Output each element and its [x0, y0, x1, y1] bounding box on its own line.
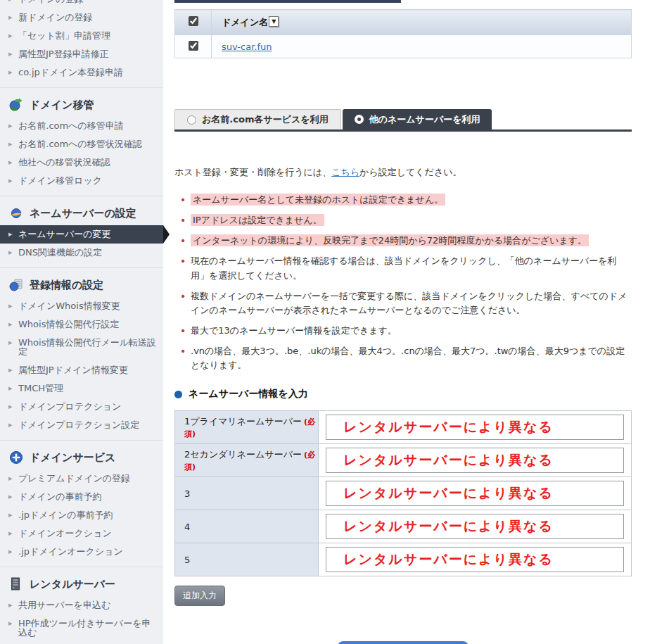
note-text: 複数ドメインのネームサーバーを一括で変更する際に、該当ドメインをクリックした場合…: [191, 291, 627, 315]
sidebar-section-title: ドメインサービス: [30, 451, 115, 465]
filter-icon[interactable]: ▼: [269, 16, 279, 27]
nameserver-input-cell: [319, 444, 632, 477]
sidebar-item[interactable]: ドメインWhois情報変更: [0, 297, 163, 315]
server-icon: [8, 577, 24, 591]
sidebar-item-label: ネームサーバーの変更: [18, 229, 111, 239]
row-checkbox[interactable]: [189, 41, 198, 51]
sidebar-item-label: 他社への移管状況確認: [18, 157, 110, 168]
domain-table-header-row: ドメイン名▼: [175, 10, 632, 35]
sidebar-item-label: プレミアムドメインの登録: [18, 473, 130, 484]
sidebar-section-title: レンタルサーバー: [30, 578, 115, 591]
note-item: ネームサーバー名として未登録のホストは設定できません。: [180, 193, 632, 207]
nameserver-label-text: 2セカンダリネームサーバー: [184, 449, 302, 460]
sidebar-item-label: 属性型JP登録申請修正: [18, 49, 109, 59]
nameserver-row-label: 4: [175, 510, 319, 543]
tab-label: お名前.com各サービスを利用: [202, 113, 329, 126]
notes-list: ネームサーバー名として未登録のホストは設定できません。IPアドレスは設定できませ…: [174, 193, 632, 372]
sidebar-item-label: お名前.comへの移管状況確認: [18, 139, 142, 149]
sidebar-item-label: .jpドメインオークション: [18, 546, 123, 557]
sidebar-item-label: Whois情報公開代行メール転送設定: [18, 337, 156, 357]
sidebar-item-label: ドメインプロテクション設定: [18, 419, 139, 430]
sidebar-item-label: 「セット割」申請管理: [18, 30, 110, 41]
tab-label: 他のネームサーバーを利用: [369, 113, 480, 126]
proceed-confirm-button[interactable]: 確認画面へ進む: [338, 641, 469, 644]
select-all-checkbox[interactable]: [189, 16, 198, 26]
domain-column-label: ドメイン名: [222, 17, 268, 27]
note-item: IPアドレスは設定できません。: [180, 213, 632, 227]
transfer-globe-icon: [8, 98, 24, 112]
domain-link[interactable]: suv-car.fun: [212, 42, 272, 52]
sidebar: ドメインの登録新ドメインの登録「セット割」申請管理属性型JP登録申請修正co.j…: [0, 0, 163, 644]
nameserver-input-cell: [319, 543, 632, 576]
note-text: インターネットの環境により、反映完了まで24時間から72時間程度かかる場合がござ…: [191, 234, 589, 246]
tab-onamae-services[interactable]: お名前.com各サービスを利用: [174, 109, 341, 130]
host-note-post: から設定してください。: [359, 167, 461, 177]
nameserver-form-row: 4: [175, 510, 632, 543]
section-heading: ネームサーバー情報を入力: [174, 388, 632, 400]
add-input-button[interactable]: 追加入力: [174, 586, 225, 606]
sidebar-item[interactable]: ドメインプロテクション: [0, 398, 163, 416]
sidebar-item[interactable]: 属性型JPドメイン情報変更: [0, 361, 163, 379]
sidebar-item[interactable]: Whois情報公開代行設定: [0, 315, 163, 334]
nameserver-input[interactable]: [326, 481, 624, 506]
sidebar-item[interactable]: DNS関連機能の設定: [0, 244, 163, 262]
sidebar-section-header: ネームサーバーの設定: [0, 196, 163, 225]
sidebar-item[interactable]: 共用サーバーを申込む: [0, 596, 163, 614]
sidebar-item[interactable]: ネームサーバーの変更: [0, 225, 163, 244]
sidebar-item[interactable]: Whois情報公開代行メール転送設定: [0, 334, 163, 361]
note-text: .vnの場合、最大3つ。.be、.ukの場合、最大4つ。.cnの場合、最大7つ。…: [191, 346, 625, 370]
sidebar-item-label: co.jpドメイン本登録申請: [18, 67, 123, 77]
sidebar-item-label: .jpドメインの事前予約: [18, 510, 113, 520]
tab-other-nameserver[interactable]: 他のネームサーバーを利用: [343, 109, 492, 130]
sidebar-item-label: 属性型JPドメイン情報変更: [18, 365, 128, 375]
sidebar-item[interactable]: TMCH管理: [0, 379, 163, 398]
sidebar-item[interactable]: お名前.comへの移管状況確認: [0, 135, 163, 153]
sidebar-group: ドメイン移管お名前.comへの移管申請お名前.comへの移管状況確認他社への移管…: [0, 88, 163, 196]
sidebar-group: ドメインの登録新ドメインの登録「セット割」申請管理属性型JP登録申請修正co.j…: [0, 0, 163, 88]
sidebar-item[interactable]: プレミアムドメインの登録: [0, 469, 163, 488]
nameserver-input[interactable]: [326, 514, 624, 539]
sidebar-item-label: お名前.comへの移管申請: [18, 120, 124, 131]
sidebar-item[interactable]: 他社への移管状況確認: [0, 153, 163, 172]
submit-area: 確認画面へ進む: [174, 641, 632, 644]
nameserver-input[interactable]: [326, 448, 624, 473]
sidebar-item-label: ドメインオークション: [18, 528, 112, 538]
sidebar-item[interactable]: HP作成ツール付きサーバーを申込む: [0, 614, 163, 642]
nameserver-label-text: 5: [184, 555, 190, 565]
sidebar-group: ネームサーバーの設定ネームサーバーの変更DNS関連機能の設定: [0, 196, 163, 268]
sidebar-section-title: ドメイン移管: [30, 99, 94, 112]
sidebar-item[interactable]: 新ドメインの登録: [0, 8, 163, 27]
nameserver-input[interactable]: [326, 415, 624, 440]
sidebar-item[interactable]: 属性型JP登録申請修正: [0, 45, 163, 63]
top-partial-bar: [174, 0, 401, 3]
nameserver-tabs: お名前.com各サービスを利用 他のネームサーバーを利用: [174, 109, 632, 132]
note-item: 現在のネームサーバー情報を確認する場合は、該当ドメインをクリックし、「他のネーム…: [180, 254, 632, 282]
sidebar-item[interactable]: co.jpドメイン本登録申請: [0, 63, 163, 82]
sidebar-item[interactable]: .jpドメインオークション: [0, 543, 163, 561]
sidebar-item[interactable]: ドメイン移管ロック: [0, 172, 163, 190]
note-text: IPアドレスは設定できません。: [191, 214, 324, 226]
sidebar-item[interactable]: .jpドメインの事前予約: [0, 506, 163, 524]
sidebar-item[interactable]: ドメインの登録: [0, 0, 163, 8]
note-item: .vnの場合、最大3つ。.be、.ukの場合、最大4つ。.cnの場合、最大7つ。…: [180, 344, 632, 372]
sidebar-item-label: 共用サーバーを申込む: [18, 600, 110, 610]
host-settings-link[interactable]: こちら: [331, 167, 359, 177]
note-text: 現在のネームサーバー情報を確認する場合は、該当ドメインをクリックし、「他のネーム…: [191, 255, 617, 280]
main-content: ドメイン名▼ suv-car.fun お名前.com各サービスを利用 他のネーム…: [174, 0, 632, 644]
sidebar-item[interactable]: 「セット割」申請管理: [0, 27, 163, 45]
sidebar-item[interactable]: ドメインの事前予約: [0, 488, 163, 506]
sidebar-item[interactable]: お名前.comへの移管申請: [0, 117, 163, 135]
registration-info-icon: [8, 278, 24, 292]
nameserver-label-text: 4: [184, 522, 190, 532]
sidebar-item-label: ドメインプロテクション: [18, 401, 121, 412]
nameserver-input[interactable]: [326, 547, 624, 572]
sidebar-section-title: 登録情報の設定: [30, 279, 103, 292]
sidebar-item-label: ドメインの登録: [18, 0, 84, 4]
sidebar-item[interactable]: ドメインオークション: [0, 524, 163, 543]
domain-table-row: suv-car.fun: [175, 35, 632, 58]
sidebar-item-label: 新ドメインの登録: [18, 12, 93, 23]
note-item: 複数ドメインのネームサーバーを一括で変更する際に、該当ドメインをクリックした場合…: [180, 289, 632, 317]
nameserver-row-label: 3: [175, 477, 319, 510]
sidebar-item-label: TMCH管理: [18, 383, 63, 393]
sidebar-item[interactable]: ドメインプロテクション設定: [0, 416, 163, 434]
